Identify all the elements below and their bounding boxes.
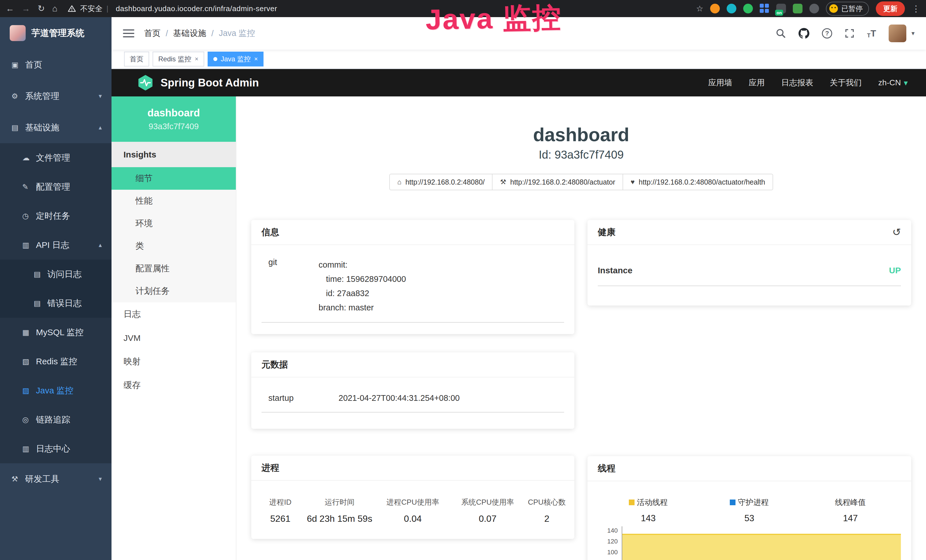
sba-brand[interactable]: Spring Boot Admin <box>137 74 259 91</box>
legend-label: 活动线程 <box>637 497 667 507</box>
sidebar-item-tracing[interactable]: ◎ 链路追踪 <box>0 405 112 434</box>
sidebar-item-infrastructure[interactable]: ▤ 基础设施 ▴ <box>0 112 112 143</box>
app-logo <box>10 25 26 41</box>
font-size-icon[interactable]: TT <box>867 28 876 39</box>
process-col: 运行时间 6d 23h 15m 59s <box>304 497 375 524</box>
sidebar-item-java-monitor[interactable]: ▨ Java 监控 <box>0 376 112 405</box>
sba-nav-about[interactable]: 关于我们 <box>830 77 862 88</box>
sidebar-item-log-center[interactable]: ▥ 日志中心 <box>0 434 112 463</box>
legend-value: 53 <box>699 513 800 524</box>
sidebar-item-home[interactable]: ▣ 首页 <box>0 49 112 80</box>
chevron-down-icon: ▾ <box>904 78 908 88</box>
sba-item-classes[interactable]: 类 <box>112 235 236 257</box>
legend-swatch-blue <box>730 499 735 505</box>
health-url-button[interactable]: ♥ http://192.168.0.2:48080/actuator/heal… <box>623 174 773 190</box>
process-col: 进程CPU使用率 0.04 <box>375 497 450 524</box>
address-url[interactable]: dashboard.yudao.iocoder.cn/infra/admin-s… <box>116 4 277 13</box>
extension-icon-grid[interactable] <box>760 4 769 14</box>
sba-language-select[interactable]: zh-CN ▾ <box>878 78 908 88</box>
profile-paused-chip[interactable]: 已暂停 <box>826 2 869 16</box>
process-col-value: 5261 <box>257 513 304 524</box>
sidebar-item-api-logs[interactable]: ▥ API 日志 ▴ <box>0 230 112 260</box>
history-icon[interactable]: ↺ <box>892 226 901 238</box>
extension-icon-dark[interactable] <box>809 4 819 14</box>
help-icon[interactable]: ? <box>822 28 832 38</box>
extension-icon-teal[interactable] <box>727 4 736 14</box>
close-icon[interactable]: × <box>254 55 258 63</box>
clock-icon: ◷ <box>22 212 36 221</box>
tag-home[interactable]: 首页 <box>124 51 149 67</box>
back-icon[interactable]: ← <box>6 4 14 13</box>
threads-card-title: 线程 <box>598 462 616 474</box>
sba-section-insights[interactable]: Insights <box>112 142 236 167</box>
tag-java-monitor[interactable]: Java 监控 × <box>207 51 263 67</box>
sba-item-config-props[interactable]: 配置属性 <box>112 257 236 280</box>
update-label: 更新 <box>883 5 897 12</box>
tag-label: 首页 <box>130 54 144 64</box>
extension-icon-leaf[interactable] <box>793 4 802 14</box>
sidebar-item-label: 定时任务 <box>36 210 102 222</box>
caret-down-icon[interactable]: ▾ <box>911 30 915 37</box>
health-row: Instance UP <box>598 266 901 286</box>
sidebar-item-system[interactable]: ⚙ 系统管理 ▾ <box>0 80 112 112</box>
sba-item-environment[interactable]: 环境 <box>112 212 236 235</box>
hamburger-icon[interactable] <box>123 29 134 37</box>
breadcrumb-infrastructure[interactable]: 基础设施 <box>173 28 206 39</box>
service-url-button[interactable]: ⌂ http://192.168.0.2:48080/ <box>389 174 493 190</box>
sba-item-metrics[interactable]: 性能 <box>112 190 236 212</box>
tag-label: Redis 监控 <box>158 54 191 64</box>
sba-group-logs[interactable]: 日志 <box>112 303 236 326</box>
sba-instance-header[interactable]: dashboard 93a3fc7f7409 <box>112 97 236 142</box>
search-icon[interactable] <box>776 28 786 38</box>
doc-icon: ▤ <box>34 299 47 308</box>
tag-redis-monitor[interactable]: Redis 监控 × <box>153 51 204 67</box>
extension-icon-switch[interactable]: on <box>776 4 786 14</box>
sidebar-item-redis-monitor[interactable]: ▧ Redis 监控 <box>0 347 112 376</box>
threads-area-series <box>622 534 901 560</box>
app-logo-row[interactable]: 芋道管理系统 <box>0 17 112 49</box>
extension-icon-green[interactable] <box>743 4 753 14</box>
forward-icon[interactable]: → <box>22 4 30 13</box>
home-icon[interactable]: ⌂ <box>52 4 57 13</box>
fullscreen-icon[interactable] <box>845 29 855 38</box>
actuator-url-button[interactable]: ⚒ http://192.168.0.2:48080/actuator <box>492 174 623 190</box>
process-col-value: 0.04 <box>375 513 450 524</box>
sidebar-item-scheduled-tasks[interactable]: ◷ 定时任务 <box>0 201 112 230</box>
sidebar-item-mysql-monitor[interactable]: ▦ MySQL 监控 <box>0 318 112 347</box>
sba-item-details[interactable]: 细节 <box>112 167 236 190</box>
sidebar-item-access-logs[interactable]: ▤ 访问日志 <box>0 260 112 289</box>
sidebar-item-label: 链路追踪 <box>36 414 102 425</box>
legend-item-daemon: 守护进程 53 <box>699 497 800 524</box>
sba-nav-journal[interactable]: 日志报表 <box>781 77 813 88</box>
extension-icon-orange[interactable] <box>710 4 720 14</box>
breadcrumb: 首页 / 基础设施 / Java 监控 <box>144 28 255 39</box>
reload-icon[interactable]: ↻ <box>38 4 45 13</box>
process-col-label: 系统CPU使用率 <box>450 497 525 507</box>
process-col-value: 6d 23h 15m 59s <box>304 513 375 524</box>
sidebar-item-config-management[interactable]: ✎ 配置管理 <box>0 172 112 201</box>
metadata-value: 2021-04-27T00:44:31.254+08:00 <box>339 394 460 403</box>
sba-group-caches[interactable]: 缓存 <box>112 374 236 397</box>
sba-group-mappings[interactable]: 映射 <box>112 350 236 374</box>
info-line: time: 1596289704000 <box>319 272 564 286</box>
sba-nav-wallboard[interactable]: 应用墙 <box>708 77 732 88</box>
sba-nav-applications[interactable]: 应用 <box>749 77 765 88</box>
github-icon[interactable] <box>799 28 809 39</box>
site-security[interactable]: 不安全 | <box>68 4 108 14</box>
chrome-menu-icon[interactable]: ⋮ <box>912 4 920 14</box>
bookmark-star-icon[interactable]: ☆ <box>696 4 703 14</box>
sidebar-item-dev-tools[interactable]: ⚒ 研发工具 ▾ <box>0 463 112 495</box>
user-avatar[interactable] <box>889 24 906 42</box>
on-badge: on <box>775 10 783 16</box>
service-url-label: http://192.168.0.2:48080/ <box>405 178 484 186</box>
dashboard-icon: ▣ <box>11 61 25 69</box>
sidebar-item-file-management[interactable]: ☁ 文件管理 <box>0 143 112 172</box>
legend-label: 线程峰值 <box>835 497 866 507</box>
sba-group-jvm[interactable]: JVM <box>112 326 236 350</box>
sidebar-item-error-logs[interactable]: ▤ 错误日志 <box>0 289 112 318</box>
chrome-update-button[interactable]: 更新 <box>876 2 905 16</box>
breadcrumb-home[interactable]: 首页 <box>144 28 160 39</box>
close-icon[interactable]: × <box>195 55 198 63</box>
sba-item-scheduled-tasks[interactable]: 计划任务 <box>112 280 236 303</box>
wrench-icon: ⚒ <box>500 178 506 186</box>
